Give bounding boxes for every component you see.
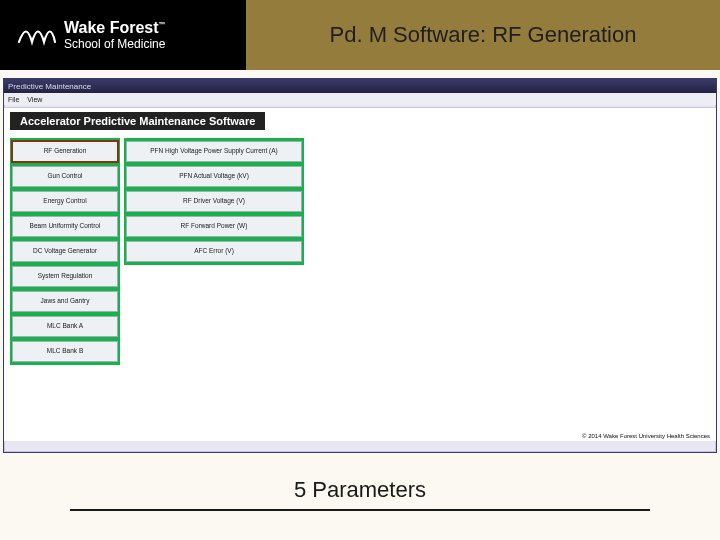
param-rf-driver-voltage[interactable]: RF Driver Voltage (V) (126, 191, 302, 212)
footer-caption: 5 Parameters (0, 477, 720, 503)
parameter-list: PFN High Voltage Power Supply Current (A… (124, 138, 304, 265)
tab-mlc-bank-a[interactable]: MLC Bank A (12, 316, 118, 337)
brand-line1: Wake Forest (64, 19, 159, 36)
menu-view[interactable]: View (27, 96, 42, 103)
footer-rule (70, 509, 650, 511)
brand-logo-icon (18, 22, 56, 48)
app-canvas: Accelerator Predictive Maintenance Softw… (4, 107, 716, 441)
brand-line2: School of Medicine (64, 38, 166, 51)
copyright-text: © 2014 Wake Forest University Health Sci… (582, 433, 710, 439)
window-titlebar: Predictive Maintenance (4, 79, 716, 93)
brand-tm: ™ (159, 20, 166, 27)
tab-gun-control[interactable]: Gun Control (12, 166, 118, 187)
tab-dc-voltage-generator[interactable]: DC Voltage Generator (12, 241, 118, 262)
brand-block: Wake Forest™ School of Medicine (0, 0, 246, 70)
param-pfn-hv-current[interactable]: PFN High Voltage Power Supply Current (A… (126, 141, 302, 162)
tab-beam-uniformity[interactable]: Beam Uniformity Control (12, 216, 118, 237)
tab-energy-control[interactable]: Energy Control (12, 191, 118, 212)
app-window: Predictive Maintenance File View Acceler… (3, 78, 717, 453)
slide-header: Wake Forest™ School of Medicine Pd. M So… (0, 0, 720, 70)
app-heading: Accelerator Predictive Maintenance Softw… (10, 112, 265, 130)
window-title: Predictive Maintenance (8, 82, 91, 91)
category-tabs: RF Generation Gun Control Energy Control… (10, 138, 120, 365)
tab-mlc-bank-b[interactable]: MLC Bank B (12, 341, 118, 362)
tab-system-regulation[interactable]: System Regulation (12, 266, 118, 287)
tab-rf-generation[interactable]: RF Generation (12, 141, 118, 162)
slide-title: Pd. M Software: RF Generation (246, 0, 720, 70)
brand-text: Wake Forest™ School of Medicine (64, 20, 166, 50)
param-afc-error[interactable]: AFC Error (V) (126, 241, 302, 262)
menu-file[interactable]: File (8, 96, 19, 103)
param-rf-forward-power[interactable]: RF Forward Power (W) (126, 216, 302, 237)
window-menubar: File View (4, 93, 716, 105)
param-pfn-actual-voltage[interactable]: PFN Actual Voltage (kV) (126, 166, 302, 187)
tab-jaws-and-gantry[interactable]: Jaws and Gantry (12, 291, 118, 312)
